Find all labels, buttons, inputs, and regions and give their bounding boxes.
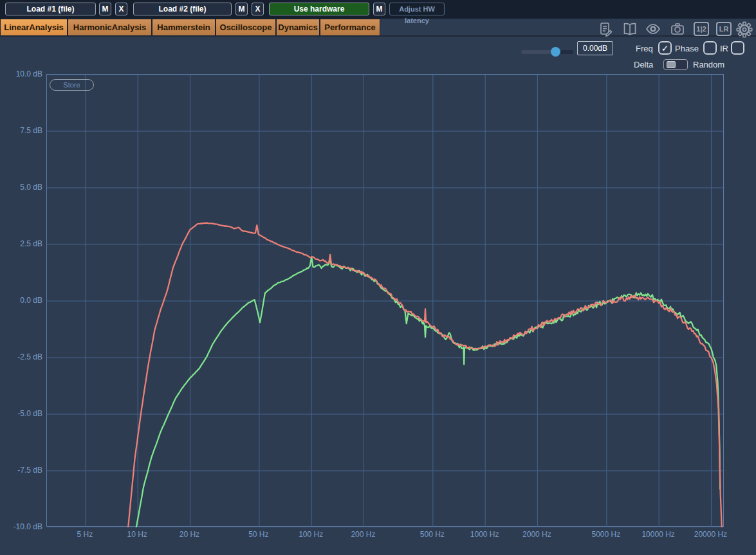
tab-harmonic-analysis[interactable]: HarmonicAnalysis bbox=[68, 19, 152, 35]
left-right-icon[interactable]: LR bbox=[716, 22, 732, 36]
y-axis-tick-label: 5.0 dB bbox=[0, 183, 42, 192]
gain-value-field[interactable]: 0.00dB bbox=[577, 41, 613, 55]
tab-performance[interactable]: Performance bbox=[320, 19, 380, 35]
store-button[interactable]: Store bbox=[50, 79, 94, 91]
channel-1-2-icon[interactable]: 1|2 bbox=[694, 22, 709, 36]
curve-trace-red bbox=[128, 223, 722, 527]
clear-1-button[interactable]: X bbox=[115, 3, 127, 15]
eye-icon[interactable] bbox=[645, 21, 661, 37]
phase-label: Phase bbox=[675, 44, 699, 53]
freq-checkbox[interactable]: ✓ bbox=[658, 41, 672, 55]
x-axis-tick-label: 500 Hz bbox=[407, 530, 458, 539]
delta-random-toggle[interactable] bbox=[663, 59, 688, 70]
load-file-1-button[interactable]: Load #1 (file) bbox=[5, 3, 96, 15]
y-axis-tick-label: -10.0 dB bbox=[0, 522, 42, 531]
load-file-2-button[interactable]: Load #2 (file) bbox=[133, 3, 232, 15]
ir-label: IR bbox=[720, 44, 728, 53]
x-axis-tick-label: 5 Hz bbox=[59, 530, 111, 539]
y-axis-tick-label: -2.5 dB bbox=[0, 352, 42, 361]
x-axis-tick-label: 10000 Hz bbox=[632, 530, 684, 539]
y-axis-tick-label: -7.5 dB bbox=[0, 466, 42, 475]
ir-checkbox[interactable] bbox=[731, 41, 744, 55]
x-axis-tick-label: 20 Hz bbox=[163, 530, 215, 539]
tab-hammerstein[interactable]: Hammerstein bbox=[152, 19, 216, 35]
y-axis-tick-label: 2.5 dB bbox=[0, 239, 42, 248]
y-axis-tick-label: -5.0 dB bbox=[0, 409, 42, 418]
mute-1-button[interactable]: M bbox=[99, 3, 111, 15]
response-curves-svg bbox=[47, 75, 724, 527]
y-axis-tick-label: 7.5 dB bbox=[0, 126, 42, 135]
x-axis-tick-label: 10 Hz bbox=[111, 530, 163, 539]
camera-icon[interactable] bbox=[669, 21, 686, 37]
y-axis-tick-label: 10.0 dB bbox=[0, 69, 42, 78]
adjust-hw-latency-button[interactable]: Adjust HW latency bbox=[389, 3, 445, 15]
x-axis-tick-label: 100 Hz bbox=[285, 530, 337, 539]
random-label: Random bbox=[693, 60, 724, 69]
tab-dynamics[interactable]: Dynamics bbox=[276, 19, 320, 35]
phase-checkbox[interactable] bbox=[703, 41, 717, 55]
hardware-mute-button[interactable]: M bbox=[373, 3, 385, 15]
clear-2-button[interactable]: X bbox=[252, 3, 264, 15]
toggle-handle[interactable] bbox=[667, 61, 676, 68]
delta-gain-slider[interactable] bbox=[521, 50, 573, 54]
freq-label: Freq bbox=[636, 44, 653, 53]
book-icon[interactable] bbox=[622, 21, 638, 37]
x-axis-tick-label: 200 Hz bbox=[337, 530, 389, 539]
mute-2-button[interactable]: M bbox=[235, 3, 248, 15]
delta-label: Delta bbox=[634, 60, 653, 69]
y-axis-tick-label: 0.0 dB bbox=[0, 296, 42, 305]
x-axis-tick-label: 2000 Hz bbox=[511, 530, 562, 539]
settings-gear-icon[interactable] bbox=[736, 21, 753, 38]
x-axis-tick-label: 50 Hz bbox=[233, 530, 284, 539]
notes-edit-icon[interactable] bbox=[597, 21, 614, 37]
tab-linear-analysis[interactable]: LinearAnalysis bbox=[0, 19, 68, 35]
x-axis-tick-label: 1000 Hz bbox=[459, 530, 510, 539]
top-bar: Load #1 (file) M X Load #2 (file) M X Us… bbox=[0, 0, 756, 19]
x-axis-tick-label: 20000 Hz bbox=[685, 530, 736, 539]
frequency-response-plot[interactable] bbox=[46, 74, 724, 527]
tab-oscilloscope[interactable]: Oscilloscope bbox=[216, 19, 276, 35]
x-axis-tick-label: 5000 Hz bbox=[580, 530, 632, 539]
tab-strip: LinearAnalysis HarmonicAnalysis Hammerst… bbox=[0, 19, 756, 37]
use-hardware-button[interactable]: Use hardware bbox=[269, 3, 369, 15]
slider-thumb[interactable] bbox=[551, 47, 560, 57]
